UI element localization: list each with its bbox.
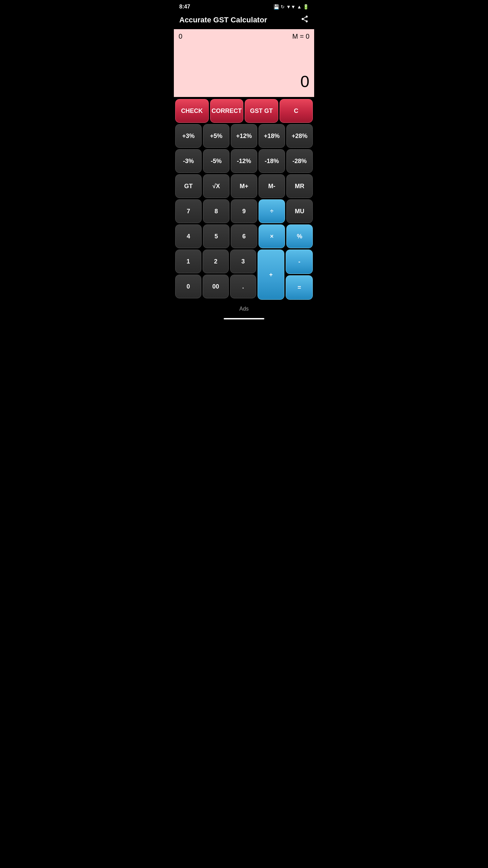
percent-button[interactable]: %: [286, 224, 313, 248]
plus-button[interactable]: +: [258, 250, 285, 300]
gst-add-row: +3% +5% +12% +18% +28%: [175, 124, 313, 148]
button-pad: CHECK CORRECT GST GT C +3% +5% +12% +18%…: [174, 97, 314, 302]
mr-button[interactable]: MR: [286, 174, 313, 198]
zero-button[interactable]: 0: [175, 275, 201, 298]
ads-label: Ads: [239, 306, 249, 312]
minus3-button[interactable]: -3%: [175, 149, 202, 173]
num-row-0dot: 0 00 .: [175, 275, 256, 298]
mu-button[interactable]: MU: [286, 199, 313, 223]
seven-button[interactable]: 7: [175, 199, 202, 223]
minus28-button[interactable]: -28%: [286, 149, 313, 173]
nine-button[interactable]: 9: [231, 199, 257, 223]
bottom-pill: [224, 318, 264, 319]
bottom-rows: 1 2 3 0 00 . + - =: [175, 250, 313, 300]
status-icons: 💾 ↻ ▼▼ ▲ 🔋: [273, 4, 309, 9]
divide-button[interactable]: ÷: [259, 199, 285, 223]
three-button[interactable]: 3: [230, 250, 256, 273]
clear-button[interactable]: C: [280, 99, 313, 123]
status-time: 8:47: [179, 4, 190, 10]
five-button[interactable]: 5: [203, 224, 229, 248]
mminus-button[interactable]: M-: [259, 174, 285, 198]
four-button[interactable]: 4: [175, 224, 202, 248]
num-row-789: 7 8 9 ÷ MU: [175, 199, 313, 223]
correct-button[interactable]: CORRECT: [210, 99, 244, 123]
sync-icon: ↻: [281, 4, 285, 9]
double-zero-button[interactable]: 00: [203, 275, 229, 298]
multiply-button[interactable]: ×: [259, 224, 285, 248]
display-main-value: 0: [179, 72, 309, 94]
app-bar: Accurate GST Calculator: [174, 12, 314, 29]
two-button[interactable]: 2: [203, 250, 229, 273]
memory-row: GT √X M+ M- MR: [175, 174, 313, 198]
mplus-button[interactable]: M+: [231, 174, 257, 198]
battery-icon: 🔋: [303, 4, 309, 9]
minus-button[interactable]: -: [286, 250, 313, 274]
minus12-button[interactable]: -12%: [231, 149, 257, 173]
six-button[interactable]: 6: [231, 224, 257, 248]
check-button[interactable]: CHECK: [175, 99, 209, 123]
plus12-button[interactable]: +12%: [231, 124, 257, 148]
plus3-button[interactable]: +3%: [175, 124, 202, 148]
sd-icon: 💾: [273, 4, 279, 9]
action-row: CHECK CORRECT GST GT C: [175, 99, 313, 123]
share-icon[interactable]: [301, 15, 309, 25]
plus18-button[interactable]: +18%: [259, 124, 285, 148]
signal-icon: ▲: [297, 4, 302, 9]
plus5-button[interactable]: +5%: [203, 124, 229, 148]
minus18-button[interactable]: -18%: [259, 149, 285, 173]
app-title: Accurate GST Calculator: [179, 16, 267, 24]
wifi-icon: ▼▼: [286, 4, 296, 9]
bottom-indicator: [174, 315, 314, 321]
gst-gt-button[interactable]: GST GT: [245, 99, 278, 123]
display-memory: M = 0: [292, 33, 309, 40]
dot-button[interactable]: .: [230, 275, 256, 298]
display-left-value: 0: [179, 33, 182, 40]
right-ops: - =: [286, 250, 313, 300]
num-cols: 1 2 3 0 00 .: [175, 250, 256, 300]
num-row-123: 1 2 3: [175, 250, 256, 273]
minus5-button[interactable]: -5%: [203, 149, 229, 173]
sqrt-button[interactable]: √X: [203, 174, 229, 198]
plus28-button[interactable]: +28%: [286, 124, 313, 148]
plus-col: +: [258, 250, 285, 300]
display-top: 0 M = 0: [179, 33, 309, 40]
equals-button[interactable]: =: [286, 275, 313, 300]
gt-button[interactable]: GT: [175, 174, 202, 198]
one-button[interactable]: 1: [175, 250, 201, 273]
gst-sub-row: -3% -5% -12% -18% -28%: [175, 149, 313, 173]
num-row-456: 4 5 6 × %: [175, 224, 313, 248]
status-bar: 8:47 💾 ↻ ▼▼ ▲ 🔋: [174, 0, 314, 12]
eight-button[interactable]: 8: [203, 199, 229, 223]
display-area: 0 M = 0 0: [174, 29, 314, 97]
ads-bar: Ads: [174, 302, 314, 315]
